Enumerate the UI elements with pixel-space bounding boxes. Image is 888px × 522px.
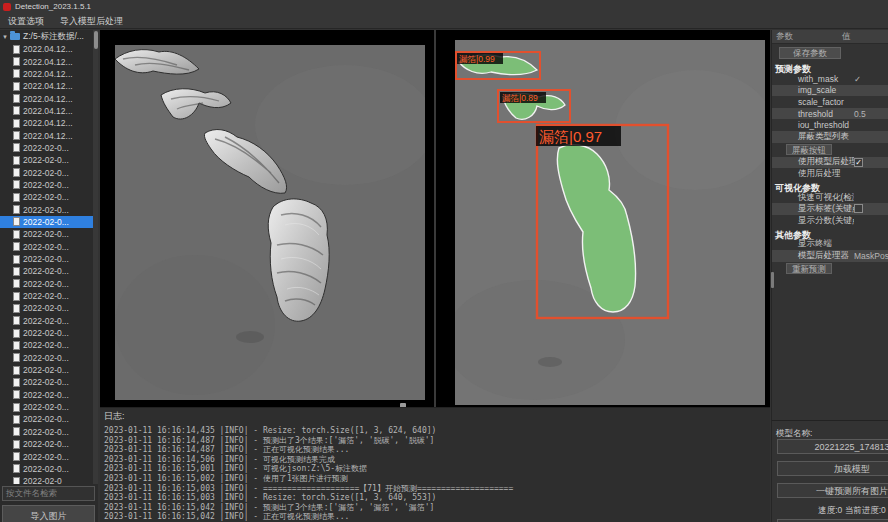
- tree-item-label: 2022-02-0...: [23, 353, 69, 363]
- tree-item-label: 2022.04.12...: [23, 131, 73, 141]
- chevron-down-icon: ▾: [0, 33, 10, 41]
- tree-scrollbar[interactable]: [93, 30, 98, 484]
- save-params-button[interactable]: 保存参数: [779, 47, 841, 59]
- tree-item[interactable]: 2022-02-0...: [0, 265, 93, 277]
- param-row[interactable]: scale_factor: [772, 96, 888, 108]
- tree-item[interactable]: 2022-02-0...: [0, 228, 93, 240]
- tree-item-label: 2022.04.12...: [23, 57, 73, 67]
- file-icon: [13, 217, 20, 226]
- param-group-title: 其他参数: [772, 227, 888, 239]
- param-row[interactable]: 模型后处理器MaskPostPro: [772, 250, 888, 262]
- tree-item[interactable]: 2022-02-0...: [0, 315, 93, 327]
- model-select-combo[interactable]: 20221225_174813: [777, 439, 888, 454]
- tree-item[interactable]: 2022-02-0...: [0, 463, 93, 475]
- param-value: [854, 204, 888, 215]
- param-label: 屏蔽类型列表: [772, 131, 854, 143]
- menu-settings[interactable]: 设置选项: [0, 13, 52, 29]
- tree-item-label: 2022-02-0...: [23, 254, 69, 264]
- log-line: 2023-01-11 16:16:15,003 |INFO| - Resize:…: [104, 493, 770, 503]
- param-label: iou_threshold: [772, 120, 854, 130]
- param-row[interactable]: 显示分数(关键点): [772, 215, 888, 227]
- param-label: 显示终端: [772, 238, 854, 250]
- tree-item[interactable]: 2022.04.12...: [0, 117, 93, 129]
- tree-item[interactable]: 2022-02-0...: [0, 376, 93, 388]
- tree-item[interactable]: 2022.04.12...: [0, 43, 93, 55]
- import-images-button[interactable]: 导入图片: [2, 505, 95, 522]
- param-row[interactable]: 快速可视化(检测): [772, 192, 888, 204]
- file-icon: [13, 94, 20, 103]
- tree-item[interactable]: 2022.04.12...: [0, 68, 93, 80]
- checkbox-checked[interactable]: ✓: [854, 158, 863, 167]
- param-button-row: 重新预测: [772, 262, 888, 276]
- param-row[interactable]: 屏蔽类型列表: [772, 131, 888, 143]
- tree-item[interactable]: 2022-02-0...: [0, 154, 93, 166]
- tree-item-label: 2022.04.12...: [23, 118, 73, 128]
- tree-item-selected[interactable]: 2022-02-0...: [0, 216, 93, 228]
- tree-item[interactable]: 2022-02-0...: [0, 290, 93, 302]
- tree-item[interactable]: 2022-02-0...: [0, 302, 93, 314]
- tree-item[interactable]: 2022-02-0...: [0, 327, 93, 339]
- tree-item[interactable]: 2022-02-0...: [0, 253, 93, 265]
- param-row[interactable]: img_scale: [772, 85, 888, 97]
- tree-item-label: 2022-02-0...: [23, 217, 69, 227]
- tree-item[interactable]: 2022-02-0: [0, 475, 93, 484]
- param-row[interactable]: 使用模型后处理✓: [772, 157, 888, 169]
- log-line: 2023-01-11 16:16:14,435 |INFO| - Resize:…: [104, 426, 770, 436]
- tree-item[interactable]: 2022-02-0...: [0, 203, 93, 215]
- tree-root-folder[interactable]: ▾ Z:/5-标注数据/...: [0, 30, 93, 43]
- tree-item[interactable]: 2022.04.12...: [0, 105, 93, 117]
- tree-item[interactable]: 2022-02-0...: [0, 278, 93, 290]
- tree-item-label: 2022-02-0...: [23, 205, 69, 215]
- tree-item-label: 2022.04.12...: [23, 81, 73, 91]
- parameter-panel: 参数 值 保存参数 预测参数with_mask✓img_scalescale_f…: [771, 30, 888, 420]
- tree-item[interactable]: 2022.04.12...: [0, 55, 93, 67]
- file-icon: [13, 292, 20, 301]
- param-row[interactable]: threshold0.5: [772, 108, 888, 120]
- search-input[interactable]: 按文件名检索: [2, 486, 95, 501]
- params-scrollbar-thumb[interactable]: [771, 272, 774, 288]
- param-action-button[interactable]: 重新预测: [786, 263, 832, 274]
- title-bar: Detection_2023.1.5.1: [0, 0, 888, 13]
- label-detection-3: 漏箔|0.97: [539, 128, 602, 145]
- tree-item-label: 2022-02-0...: [23, 439, 69, 449]
- tree-item[interactable]: 2022-02-0...: [0, 413, 93, 425]
- param-action-button[interactable]: 屏蔽按钮: [786, 144, 832, 155]
- tree-item[interactable]: 2022-02-0...: [0, 179, 93, 191]
- tree-item[interactable]: 2022-02-0...: [0, 352, 93, 364]
- file-icon: [13, 119, 20, 128]
- log-line: 2023-01-11 16:16:14,487 |INFO| - 预测出了3个结…: [104, 436, 770, 446]
- param-row[interactable]: 显示终端: [772, 239, 888, 251]
- tree-item[interactable]: 2022-02-0...: [0, 426, 93, 438]
- param-row[interactable]: 显示标签(关键点): [772, 203, 888, 215]
- param-row[interactable]: with_mask✓: [772, 73, 888, 85]
- tree-item[interactable]: 2022-02-0...: [0, 401, 93, 413]
- tree-item[interactable]: 2022-02-0...: [0, 438, 93, 450]
- log-panel[interactable]: 日志: 2023-01-11 16:16:14,435 |INFO| - Res…: [100, 407, 770, 522]
- tree-item[interactable]: 2022-02-0...: [0, 339, 93, 351]
- tree-item[interactable]: 2022-02-0...: [0, 450, 93, 462]
- tree-item[interactable]: 2022.04.12...: [0, 92, 93, 104]
- tree-item[interactable]: 2022-02-0...: [0, 364, 93, 376]
- prediction-image[interactable]: 漏箔|0.99 漏箔|0.89 漏箔|0.97: [455, 40, 765, 405]
- file-icon: [13, 82, 20, 91]
- param-row[interactable]: iou_threshold: [772, 119, 888, 131]
- load-model-button[interactable]: 加载模型: [777, 461, 888, 476]
- tree-item[interactable]: 2022.04.12...: [0, 80, 93, 92]
- checkbox-unchecked[interactable]: [854, 204, 863, 213]
- param-row[interactable]: 使用后处理: [772, 168, 888, 180]
- tree-item[interactable]: 2022.04.12...: [0, 129, 93, 141]
- tree-item[interactable]: 2022-02-0...: [0, 389, 93, 401]
- value-column-header: 值: [842, 31, 851, 43]
- log-line: 2023-01-11 16:16:15,001 |INFO| - 可视化json…: [104, 464, 770, 474]
- tree-item[interactable]: 2022-02-0...: [0, 166, 93, 178]
- raw-image[interactable]: [115, 45, 425, 400]
- param-label: 快速可视化(检测): [772, 192, 854, 204]
- predict-all-button[interactable]: 一键预测所有图片: [777, 483, 888, 498]
- file-icon: [13, 390, 20, 399]
- menu-import-postprocess[interactable]: 导入模型后处理: [52, 13, 131, 29]
- file-icon: [13, 329, 20, 338]
- tree-item[interactable]: 2022-02-0...: [0, 241, 93, 253]
- tree-item[interactable]: 2022-02-0...: [0, 191, 93, 203]
- tree-scrollbar-thumb[interactable]: [94, 31, 98, 49]
- tree-item[interactable]: 2022-02-0...: [0, 142, 93, 154]
